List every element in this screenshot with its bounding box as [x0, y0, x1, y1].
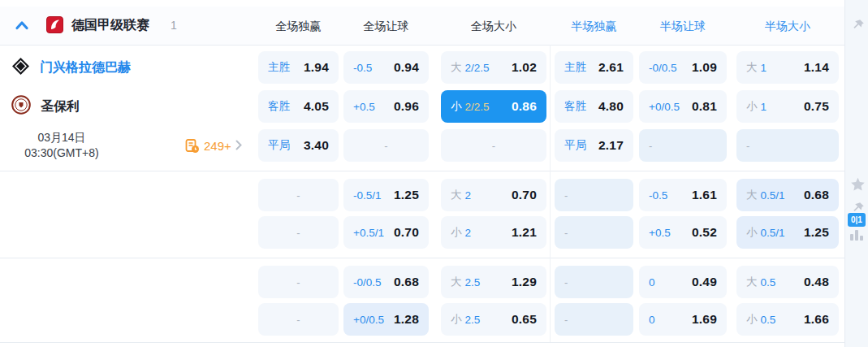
odds-cell-r7-c2[interactable]: +0/0.51.28	[343, 303, 429, 336]
odds-cell-r2-c6[interactable]: 小10.75	[736, 90, 839, 123]
odds-cell-r1-c3[interactable]: 大2/2.51.02	[441, 51, 546, 84]
odds-value: 0.65	[512, 312, 537, 327]
column-header-3: 全场大小	[441, 20, 546, 34]
home-team-name[interactable]: 门兴格拉德巴赫	[40, 59, 131, 76]
odds-cell-r3-c1[interactable]: 平局3.40	[258, 129, 339, 162]
bottom-divider	[0, 342, 868, 343]
odds-value: 2.17	[598, 138, 624, 153]
odds-cell-r2-c3[interactable]: 小2/2.50.86	[441, 90, 546, 123]
odds-cell-r5-c1: -	[258, 216, 339, 249]
odds-cell-r2-c4[interactable]: 客胜4.80	[555, 90, 633, 123]
odds-cell-r6-c3[interactable]: 大2.51.29	[441, 266, 546, 298]
header-divider	[0, 45, 844, 46]
odds-value: 0.68	[394, 275, 419, 289]
empty-odds: -	[296, 227, 300, 239]
odds-cell-r6-c1: -	[258, 266, 339, 298]
empty-odds: -	[492, 140, 495, 152]
league-name: 德国甲级联赛	[71, 17, 149, 34]
odds-value: 0.49	[692, 275, 717, 289]
odds-cell-r2-c2[interactable]: +0.50.96	[343, 90, 429, 123]
stats-bars-icon[interactable]	[850, 230, 865, 241]
odds-cell-r4-c5[interactable]: -0.51.61	[639, 179, 727, 211]
odds-line: +0.5/1	[353, 227, 384, 239]
odds-line: 客胜	[268, 99, 290, 114]
odds-line: -0/0.5	[649, 62, 677, 74]
empty-odds: -	[564, 227, 568, 239]
odds-cell-r5-c6[interactable]: 小0.5/11.25	[736, 216, 839, 249]
odds-line: 0.5/1	[761, 189, 785, 202]
odds-cell-r4-c2[interactable]: -0.5/11.25	[343, 179, 429, 211]
odds-line: 2/2.5	[465, 62, 490, 74]
more-markets-count: 249+	[204, 139, 231, 153]
odds-value: 0.52	[692, 225, 717, 240]
odds-line: 2.5	[465, 314, 481, 326]
odds-cell-r7-c3[interactable]: 小2.50.65	[441, 303, 546, 336]
odds-cell-r6-c6[interactable]: 大0.50.48	[736, 266, 839, 298]
odds-cell-r5-c3[interactable]: 小21.21	[441, 216, 546, 249]
odds-value: 0.94	[394, 60, 419, 75]
odds-direction: 大	[746, 60, 758, 75]
odds-cell-r1-c4[interactable]: 主胜2.61	[555, 51, 633, 84]
odds-cell-r6-c2[interactable]: -0/0.50.68	[343, 266, 429, 298]
odds-cell-r5-c2[interactable]: +0.5/10.70	[343, 216, 429, 249]
odds-cell-r1-c2[interactable]: -0.50.94	[343, 51, 429, 84]
odds-line: 2/2.5	[465, 101, 490, 113]
odds-value: 0.70	[394, 225, 419, 240]
odds-direction: 小	[451, 99, 462, 114]
column-header-1: 全场独赢	[258, 20, 339, 34]
home-team-logo-icon	[11, 57, 30, 79]
odds-cell-r4-c6[interactable]: 大0.5/10.68	[736, 179, 839, 211]
odds-direction: 大	[451, 188, 462, 202]
odds-line: -0.5	[353, 62, 372, 74]
odds-cell-r1-c1[interactable]: 主胜1.94	[258, 51, 339, 84]
odds-cell-r1-c6[interactable]: 大11.14	[736, 51, 839, 84]
odds-cell-r5-c4: -	[555, 216, 633, 249]
odds-value: 1.09	[692, 60, 717, 75]
odds-line: 2.5	[465, 276, 481, 288]
odds-cell-r1-c5[interactable]: -0/0.51.09	[639, 51, 727, 84]
odds-cell-r2-c5[interactable]: +0/0.50.81	[639, 90, 727, 123]
odds-line: 平局	[564, 138, 586, 153]
odds-line: 主胜	[268, 60, 290, 75]
odds-value: 1.29	[512, 275, 537, 289]
odds-line: 0.5	[761, 314, 776, 326]
collapse-chevron-icon[interactable]	[15, 19, 29, 28]
odds-line: 2	[465, 227, 472, 239]
odds-value: 3.40	[304, 138, 329, 153]
odds-line: 2	[465, 189, 472, 202]
odds-cell-r2-c1[interactable]: 客胜4.05	[258, 90, 339, 123]
empty-odds: -	[564, 189, 568, 202]
markets-icon	[185, 139, 200, 154]
odds-cell-r7-c6[interactable]: 小0.51.66	[736, 303, 839, 336]
favorite-star-icon[interactable]	[850, 177, 866, 195]
column-header-2: 全场让球	[343, 20, 429, 34]
live-score-badge[interactable]: 0|1	[848, 213, 866, 227]
odds-cell-r7-c5[interactable]: 01.69	[639, 303, 727, 336]
odds-value: 0.75	[804, 99, 829, 114]
empty-odds: -	[564, 276, 568, 288]
odds-value: 1.69	[692, 312, 717, 327]
odds-value: 0.81	[692, 99, 717, 114]
odds-value: 1.02	[512, 60, 537, 75]
odds-cell-r3-c3: -	[441, 129, 546, 162]
empty-odds: -	[296, 189, 300, 202]
away-team-name[interactable]: 圣保利	[41, 98, 80, 115]
odds-line: 0.5/1	[761, 227, 785, 239]
match-time: 03:30(GMT+8)	[5, 145, 119, 161]
odds-cell-r4-c3[interactable]: 大20.70	[441, 179, 546, 211]
pin-icon[interactable]	[852, 19, 865, 35]
odds-cell-r6-c5[interactable]: 00.49	[639, 266, 727, 298]
odds-value: 2.61	[598, 60, 624, 75]
odds-cell-r7-c1: -	[258, 303, 339, 336]
away-team-row: 圣保利	[0, 90, 80, 123]
odds-cell-r5-c5[interactable]: +0.50.52	[639, 216, 727, 249]
odds-direction: 小	[746, 312, 758, 327]
more-markets-link[interactable]: 249+	[185, 138, 242, 154]
odds-value: 1.25	[804, 225, 829, 240]
odds-cell-r3-c5: -	[639, 129, 727, 162]
right-rail	[844, 0, 868, 347]
odds-direction: 大	[451, 60, 462, 75]
odds-value: 0.48	[804, 275, 829, 289]
odds-line: +0/0.5	[353, 314, 384, 326]
odds-cell-r3-c4[interactable]: 平局2.17	[555, 129, 633, 162]
